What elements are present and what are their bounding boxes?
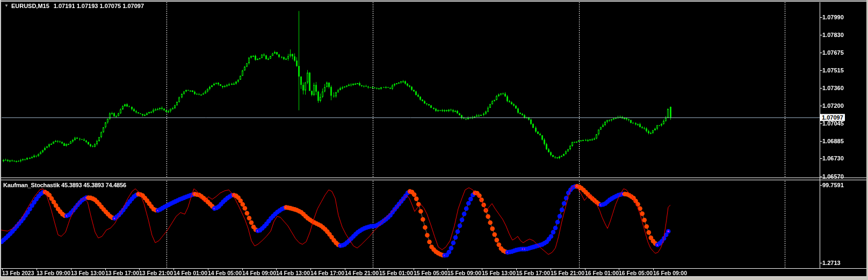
- indicator-name: Kaufman_Stochastik: [3, 182, 60, 188]
- indicator-tick-label: 99.7591: [822, 182, 844, 188]
- time-label: 13 Feb 17:00: [105, 270, 139, 276]
- ohlc-values: 1.07191 1.07193 1.07075 1.07097: [54, 3, 144, 9]
- time-label: 16 Feb 09:00: [653, 270, 687, 276]
- time-label: 15 Feb 01:00: [379, 270, 413, 276]
- time-label: 14 Feb 21:00: [345, 270, 379, 276]
- time-label: 16 Feb 05:00: [619, 270, 653, 276]
- panel-divider[interactable]: [0, 177, 866, 181]
- time-label: 13 Feb 21:00: [139, 270, 173, 276]
- price-tick-label: 1.07045: [822, 120, 844, 127]
- time-axis[interactable]: 13 Feb 202313 Feb 09:0013 Feb 13:0013 Fe…: [0, 270, 865, 277]
- indicator-values: 45.3893 45.3893 74.4856: [61, 182, 126, 188]
- time-label: 16 Feb 01:00: [585, 270, 619, 276]
- time-label: 15 Feb 09:00: [447, 270, 481, 276]
- time-label: 14 Feb 13:00: [276, 270, 310, 276]
- price-tick-label: 1.07360: [822, 85, 844, 91]
- time-label: 15 Feb 05:00: [414, 270, 447, 276]
- time-label: 13 Feb 13:00: [71, 270, 105, 276]
- ohlc-header: ▼EURUSD,M151.07191 1.07193 1.07075 1.070…: [4, 3, 144, 9]
- time-label: 14 Feb 17:00: [310, 270, 344, 276]
- time-label: 15 Feb 17:00: [516, 270, 550, 276]
- symbol-marker-icon: ▼: [4, 3, 9, 8]
- time-label: 14 Feb 05:00: [208, 270, 242, 276]
- chart-window: ▼EURUSD,M151.07191 1.07193 1.07075 1.070…: [0, 0, 868, 280]
- price-tick-label: 1.07675: [822, 49, 844, 56]
- time-label: 13 Feb 2023: [2, 270, 34, 276]
- time-label: 15 Feb 13:00: [482, 270, 516, 276]
- price-tick-label: 1.07990: [822, 14, 844, 20]
- price-chart-canvas[interactable]: [0, 0, 868, 280]
- price-tick-label: 1.07200: [822, 102, 844, 109]
- time-label: 14 Feb 01:00: [173, 270, 207, 276]
- price-tick-label: 1.06730: [822, 155, 844, 161]
- symbol-timeframe-label: EURUSD,M15: [11, 3, 49, 9]
- price-tick-label: 1.07830: [822, 32, 844, 38]
- current-price-tag: 1.07097: [820, 114, 845, 121]
- indicator-label: Kaufman_Stochastik 45.3893 45.3893 74.48…: [3, 182, 126, 188]
- indicator-tick-label: 1.2713: [822, 260, 841, 266]
- time-label: 13 Feb 09:00: [37, 270, 70, 276]
- price-tick-label: 1.06885: [822, 138, 844, 144]
- time-label: 14 Feb 09:00: [242, 270, 276, 276]
- price-tick-label: 1.07515: [822, 67, 844, 73]
- time-label: 15 Feb 21:00: [551, 270, 584, 276]
